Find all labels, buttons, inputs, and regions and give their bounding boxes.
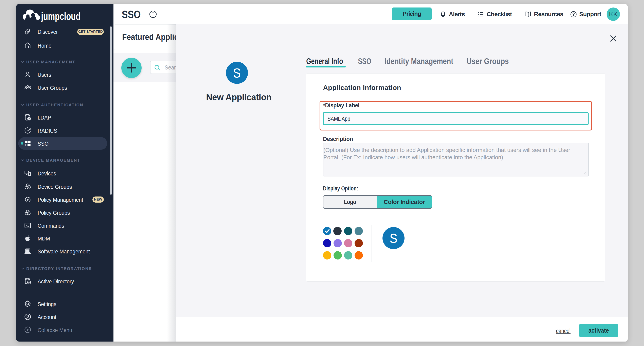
svg-text:jumpcloud: jumpcloud: [41, 10, 80, 22]
